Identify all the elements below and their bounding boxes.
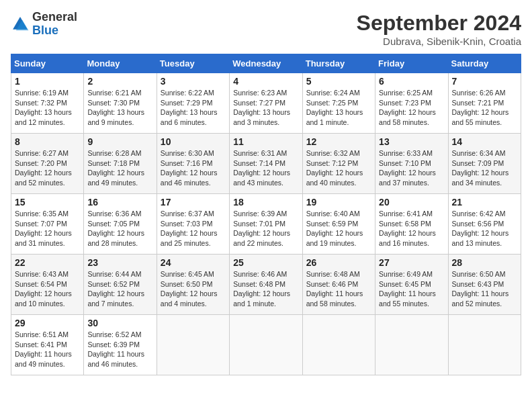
calendar-cell: 22Sunrise: 6:43 AMSunset: 6:54 PMDayligh… [11,255,84,315]
header-row: SundayMondayTuesdayWednesdayThursdayFrid… [11,54,521,73]
day-info: Sunrise: 6:24 AMSunset: 7:25 PMDaylight:… [306,88,371,128]
calendar-cell: 27Sunrise: 6:49 AMSunset: 6:45 PMDayligh… [375,255,448,315]
day-info: Sunrise: 6:23 AMSunset: 7:27 PMDaylight:… [233,88,298,128]
calendar-cell: 25Sunrise: 6:46 AMSunset: 6:48 PMDayligh… [230,255,302,315]
calendar-cell: 14Sunrise: 6:34 AMSunset: 7:09 PMDayligh… [448,134,521,194]
calendar-cell: 1Sunrise: 6:19 AMSunset: 7:32 PMDaylight… [11,73,84,134]
day-number: 19 [306,197,371,208]
day-number: 9 [87,136,152,147]
calendar-cell: 23Sunrise: 6:44 AMSunset: 6:52 PMDayligh… [84,255,157,315]
title-block: September 2024 Dubrava, Sibenik-Knin, Cr… [357,11,521,47]
day-info: Sunrise: 6:44 AMSunset: 6:52 PMDaylight:… [87,269,152,309]
day-info: Sunrise: 6:42 AMSunset: 6:56 PMDaylight:… [452,209,517,248]
day-number: 12 [306,136,371,147]
day-info: Sunrise: 6:35 AMSunset: 7:07 PMDaylight:… [15,209,80,248]
calendar-cell: 8Sunrise: 6:27 AMSunset: 7:20 PMDaylight… [11,134,84,194]
calendar-cell [157,315,229,375]
day-number: 13 [379,136,444,147]
calendar-cell [448,315,521,375]
day-number: 16 [87,197,152,208]
calendar-cell: 11Sunrise: 6:31 AMSunset: 7:14 PMDayligh… [230,134,302,194]
day-info: Sunrise: 6:36 AMSunset: 7:05 PMDaylight:… [87,209,152,248]
calendar-cell: 18Sunrise: 6:39 AMSunset: 7:01 PMDayligh… [230,194,302,255]
week-row-4: 22Sunrise: 6:43 AMSunset: 6:54 PMDayligh… [11,255,521,315]
logo-icon [11,15,30,34]
day-number: 29 [15,318,80,328]
day-number: 17 [161,197,226,208]
calendar-cell: 7Sunrise: 6:26 AMSunset: 7:21 PMDaylight… [448,73,521,134]
day-number: 26 [306,257,371,268]
day-number: 20 [379,197,444,208]
day-number: 8 [15,136,80,147]
day-number: 23 [87,257,152,268]
calendar-cell: 4Sunrise: 6:23 AMSunset: 7:27 PMDaylight… [230,73,302,134]
day-number: 28 [452,257,517,268]
day-number: 24 [161,257,226,268]
logo: General Blue [11,11,77,38]
calendar-cell: 20Sunrise: 6:41 AMSunset: 6:58 PMDayligh… [375,194,448,255]
calendar-table: SundayMondayTuesdayWednesdayThursdayFrid… [11,54,521,375]
week-row-3: 15Sunrise: 6:35 AMSunset: 7:07 PMDayligh… [11,194,521,255]
week-row-2: 8Sunrise: 6:27 AMSunset: 7:20 PMDaylight… [11,134,521,194]
calendar-cell [230,315,302,375]
page-header: General Blue September 2024 Dubrava, Sib… [11,11,521,47]
day-number: 27 [379,257,444,268]
day-number: 10 [161,136,226,147]
calendar-cell: 28Sunrise: 6:50 AMSunset: 6:43 PMDayligh… [448,255,521,315]
day-number: 21 [452,197,517,208]
calendar-cell: 2Sunrise: 6:21 AMSunset: 7:30 PMDaylight… [84,73,157,134]
day-info: Sunrise: 6:43 AMSunset: 6:54 PMDaylight:… [15,269,80,309]
day-info: Sunrise: 6:21 AMSunset: 7:30 PMDaylight:… [87,88,152,128]
day-number: 4 [233,76,298,87]
calendar-cell: 10Sunrise: 6:30 AMSunset: 7:16 PMDayligh… [157,134,229,194]
calendar-cell: 30Sunrise: 6:52 AMSunset: 6:39 PMDayligh… [84,315,157,375]
calendar-cell: 13Sunrise: 6:33 AMSunset: 7:10 PMDayligh… [375,134,448,194]
calendar-cell: 24Sunrise: 6:45 AMSunset: 6:50 PMDayligh… [157,255,229,315]
day-number: 5 [306,76,371,87]
day-info: Sunrise: 6:31 AMSunset: 7:14 PMDaylight:… [233,148,298,188]
day-number: 11 [233,136,298,147]
day-number: 18 [233,197,298,208]
calendar-cell: 9Sunrise: 6:28 AMSunset: 7:18 PMDaylight… [84,134,157,194]
day-info: Sunrise: 6:30 AMSunset: 7:16 PMDaylight:… [161,148,226,188]
day-info: Sunrise: 6:40 AMSunset: 6:59 PMDaylight:… [306,209,371,248]
day-number: 2 [87,76,152,87]
day-info: Sunrise: 6:28 AMSunset: 7:18 PMDaylight:… [87,148,152,188]
calendar-cell: 29Sunrise: 6:51 AMSunset: 6:41 PMDayligh… [11,315,84,375]
day-number: 6 [379,76,444,87]
day-info: Sunrise: 6:25 AMSunset: 7:23 PMDaylight:… [379,88,444,128]
day-number: 15 [15,197,80,208]
calendar-cell: 3Sunrise: 6:22 AMSunset: 7:29 PMDaylight… [157,73,229,134]
day-info: Sunrise: 6:39 AMSunset: 7:01 PMDaylight:… [233,209,298,248]
day-info: Sunrise: 6:37 AMSunset: 7:03 PMDaylight:… [161,209,226,248]
calendar-cell: 16Sunrise: 6:36 AMSunset: 7:05 PMDayligh… [84,194,157,255]
day-info: Sunrise: 6:33 AMSunset: 7:10 PMDaylight:… [379,148,444,188]
calendar-cell [375,315,448,375]
calendar-cell: 26Sunrise: 6:48 AMSunset: 6:46 PMDayligh… [302,255,375,315]
day-number: 3 [161,76,226,87]
day-info: Sunrise: 6:51 AMSunset: 6:41 PMDaylight:… [15,330,80,369]
day-info: Sunrise: 6:27 AMSunset: 7:20 PMDaylight:… [15,148,80,188]
week-row-5: 29Sunrise: 6:51 AMSunset: 6:41 PMDayligh… [11,315,521,375]
day-info: Sunrise: 6:26 AMSunset: 7:21 PMDaylight:… [452,88,517,128]
calendar-cell: 5Sunrise: 6:24 AMSunset: 7:25 PMDaylight… [302,73,375,134]
day-info: Sunrise: 6:49 AMSunset: 6:45 PMDaylight:… [379,269,444,309]
day-info: Sunrise: 6:46 AMSunset: 6:48 PMDaylight:… [233,269,298,309]
calendar-cell: 17Sunrise: 6:37 AMSunset: 7:03 PMDayligh… [157,194,229,255]
col-header-tuesday: Tuesday [157,54,229,73]
col-header-thursday: Thursday [302,54,375,73]
day-info: Sunrise: 6:48 AMSunset: 6:46 PMDaylight:… [306,269,371,309]
calendar-cell: 21Sunrise: 6:42 AMSunset: 6:56 PMDayligh… [448,194,521,255]
col-header-wednesday: Wednesday [230,54,302,73]
day-info: Sunrise: 6:41 AMSunset: 6:58 PMDaylight:… [379,209,444,248]
calendar-cell: 19Sunrise: 6:40 AMSunset: 6:59 PMDayligh… [302,194,375,255]
day-info: Sunrise: 6:19 AMSunset: 7:32 PMDaylight:… [15,88,80,128]
day-info: Sunrise: 6:34 AMSunset: 7:09 PMDaylight:… [452,148,517,188]
day-number: 22 [15,257,80,268]
day-number: 1 [15,76,80,87]
calendar-cell: 15Sunrise: 6:35 AMSunset: 7:07 PMDayligh… [11,194,84,255]
week-row-1: 1Sunrise: 6:19 AMSunset: 7:32 PMDaylight… [11,73,521,134]
day-info: Sunrise: 6:45 AMSunset: 6:50 PMDaylight:… [161,269,226,309]
day-info: Sunrise: 6:22 AMSunset: 7:29 PMDaylight:… [161,88,226,128]
month-title: September 2024 [357,11,521,36]
